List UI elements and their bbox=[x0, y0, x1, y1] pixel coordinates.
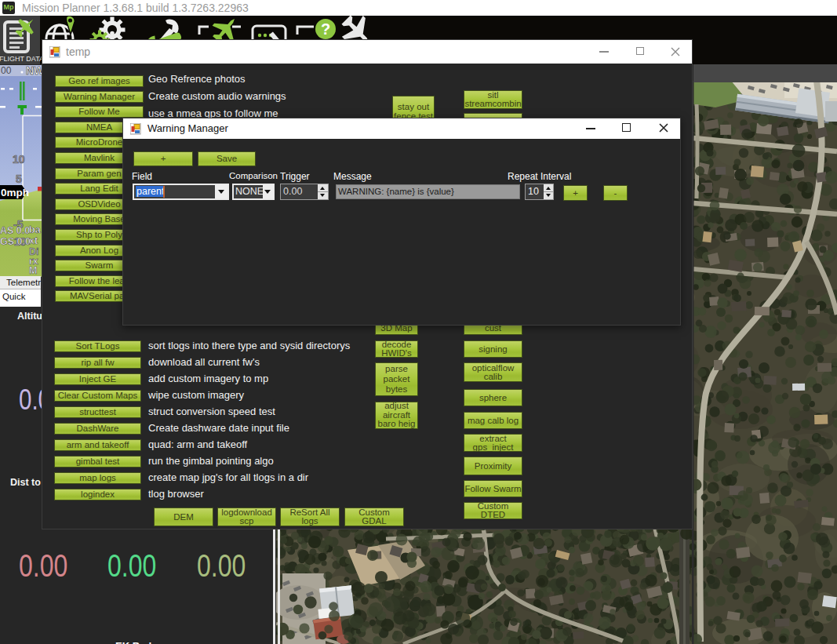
svg-text:10: 10 bbox=[13, 153, 25, 166]
svg-text:ba: ba bbox=[29, 224, 42, 235]
svg-text:0mph: 0mph bbox=[1, 187, 29, 198]
svg-text:00: 00 bbox=[1, 65, 12, 76]
svg-text:NW: NW bbox=[26, 65, 42, 77]
svg-text:FLIGHT DATA: FLIGHT DATA bbox=[0, 55, 44, 63]
svg-text:M: M bbox=[29, 265, 37, 276]
svg-text:?: ? bbox=[321, 20, 330, 38]
svg-text:xt: xt bbox=[29, 235, 38, 246]
svg-text:5: 5 bbox=[16, 173, 22, 185]
svg-text:GS 0.0: GS 0.0 bbox=[0, 236, 31, 247]
svg-text:AS 0.0: AS 0.0 bbox=[0, 225, 30, 236]
